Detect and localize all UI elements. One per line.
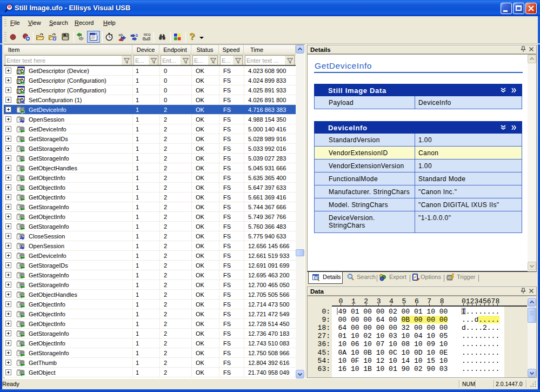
svg-text:S: S [136, 34, 138, 37]
svg-text:SEQ: SEQ [143, 32, 150, 36]
svg-text:10: 10 [95, 32, 98, 36]
